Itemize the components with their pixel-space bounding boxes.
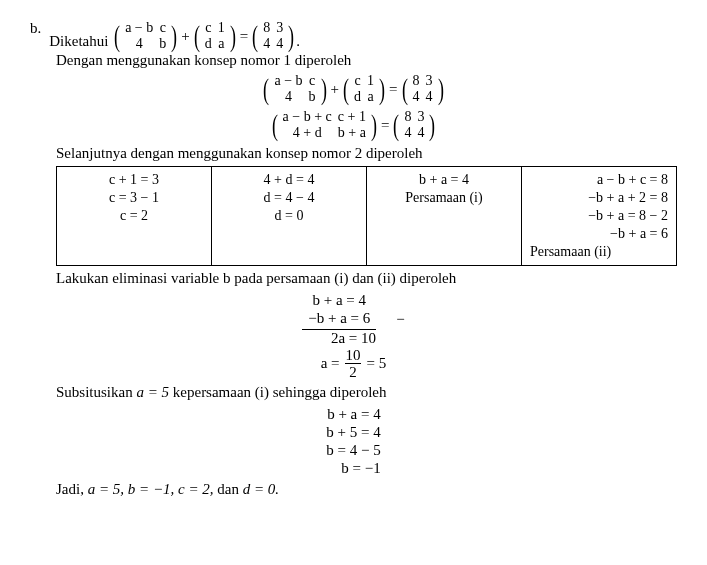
- matrix-3: 84 34: [250, 20, 296, 52]
- lead-text: Diketahui a − b4 cb + cd 1a = 84 34 .: [49, 20, 300, 52]
- elim-line-2: −b + a = 6: [302, 309, 376, 330]
- subs-line-3: b = 4 − 5: [326, 441, 380, 459]
- matrix-2: cd 1a: [192, 20, 238, 52]
- equals-sign: =: [240, 28, 248, 45]
- matrix-sum: a − b + c4 + d c + 1b + a: [270, 109, 379, 141]
- subs-line-2: b + 5 = 4: [326, 423, 380, 441]
- minus-sign: −: [376, 311, 404, 330]
- plus-sign: +: [181, 28, 189, 45]
- equation-repeat: a − b4cb + cd1a = 8434: [30, 73, 677, 105]
- table-cell-c: c + 1 = 3 c = 3 − 1 c = 2: [57, 167, 212, 266]
- explain-1: Dengan menggunakan konsep nomor 1 dipero…: [56, 52, 677, 69]
- elim-line-3: 2a = 10: [30, 330, 677, 347]
- table-cell-eq-ii: a − b + c = 8 −b + a + 2 = 8 −b + a = 8 …: [522, 167, 677, 266]
- matrix-1: a − b4 cb: [112, 20, 179, 52]
- equations-table: c + 1 = 3 c = 3 − 1 c = 2 4 + d = 4 d = …: [56, 166, 677, 266]
- table-cell-d: 4 + d = 4 d = 4 − 4 d = 0: [212, 167, 367, 266]
- period: .: [296, 33, 300, 49]
- given-equation: a − b4 cb + cd 1a = 84 34: [112, 20, 296, 52]
- elim-line-1: b + a = 4: [312, 291, 366, 309]
- subs-intro: Subsitusikan a = 5 kepersamaan (i) sehin…: [56, 384, 677, 401]
- table-cell-eq-i: b + a = 4 Persamaan (i): [367, 167, 522, 266]
- elim-line-4: a = 10 2 = 5: [321, 347, 387, 380]
- item-label: b.: [30, 20, 41, 37]
- subs-line-1: b + a = 4: [327, 405, 381, 423]
- lead-word: Diketahui: [49, 33, 112, 49]
- substitution-block: b + a = 4 b + 5 = 4 b = 4 − 5 b = −1: [30, 405, 677, 477]
- explain-2: Selanjutnya dengan menggunakan konsep no…: [56, 145, 677, 162]
- final-answer: Jadi, a = 5, b = −1, c = 2, dan d = 0.: [56, 481, 677, 498]
- problem-line: b. Diketahui a − b4 cb + cd 1a = 84 34 .: [30, 20, 677, 52]
- elimination-block: b + a = 4 −b + a = 6 − 2a = 10 a = 10 2 …: [30, 291, 677, 380]
- elim-intro: Lakukan eliminasi variable b pada persam…: [56, 270, 677, 287]
- equation-sum: a − b + c4 + d c + 1b + a = 8434: [30, 109, 677, 141]
- subs-line-4: b = −1: [341, 459, 380, 477]
